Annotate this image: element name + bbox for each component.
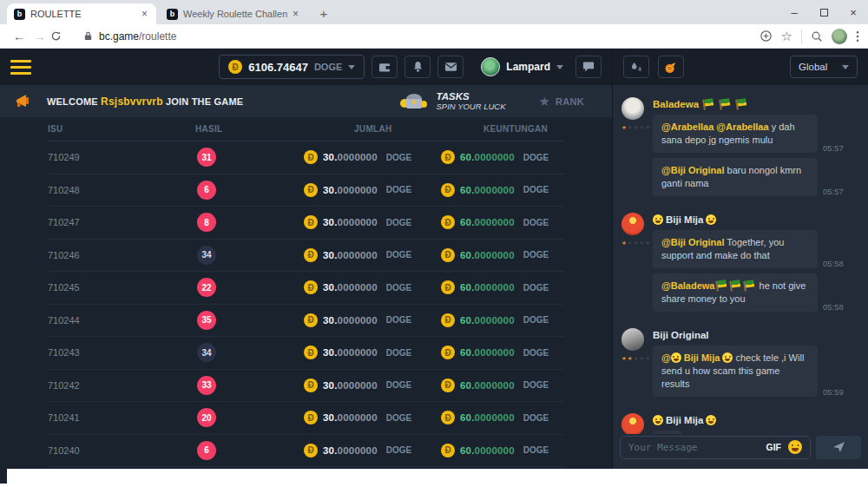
- table-row[interactable]: 71024522Đ30.0000000DOGEĐ60.0000000DOGE: [0, 272, 612, 305]
- chat-username[interactable]: Biji Mija: [653, 415, 859, 425]
- send-message-button[interactable]: [816, 436, 861, 459]
- avatar: [481, 57, 500, 76]
- browser-profile-avatar[interactable]: [832, 29, 847, 44]
- doge-coin-icon: Đ: [304, 378, 318, 392]
- table-row[interactable]: 71024120Đ30.0000000DOGEĐ60.0000000DOGE: [0, 402, 612, 435]
- mention: @: [661, 352, 671, 363]
- bet-amount: Đ30.0000000DOGE: [304, 183, 411, 197]
- tab-close-icon[interactable]: ×: [291, 8, 300, 20]
- emoji-picker-icon[interactable]: [788, 440, 802, 454]
- table-row[interactable]: 7102406Đ30.0000000DOGEĐ60.0000000DOGE: [0, 435, 612, 468]
- address-bar[interactable]: bc.game/roulette: [83, 30, 176, 43]
- amount: 30.0000000: [323, 412, 378, 423]
- chat-message: @Biji Original baru nongol kmrn ganti na…: [653, 158, 859, 196]
- tab-roulette[interactable]: b ROULETTE ×: [7, 3, 156, 24]
- chat-channel-select[interactable]: Global: [790, 56, 858, 78]
- wallet-button[interactable]: [372, 56, 398, 78]
- search-icon[interactable]: [811, 30, 823, 43]
- amount-frac: 0000000: [338, 347, 378, 358]
- coin-drop-button[interactable]: D: [658, 56, 684, 78]
- table-row[interactable]: 71024435Đ30.0000000DOGEĐ60.0000000DOGE: [0, 305, 612, 338]
- chevron-down-icon: [348, 65, 355, 69]
- flag-emoji-icon: [715, 280, 729, 292]
- table-row[interactable]: 7102478Đ30.0000000DOGEĐ60.0000000DOGE: [0, 207, 612, 240]
- profit-amount: Đ60.0000000DOGE: [441, 183, 549, 197]
- message-bubble: @Baladewa he not give share money to you: [653, 273, 818, 312]
- laughing-emoji-icon: [653, 415, 663, 425]
- browser-menu-icon[interactable]: [856, 30, 859, 43]
- notifications-button[interactable]: [404, 56, 431, 78]
- balance-currency: DOGE: [314, 62, 342, 72]
- chat-message: @Arabellaa @Arabellaa y dah sana depo jg…: [653, 115, 859, 153]
- chat-username[interactable]: Baladewa: [653, 99, 859, 109]
- table-row[interactable]: 71024634Đ30.0000000DOGEĐ60.0000000DOGE: [0, 240, 612, 273]
- doge-coin-icon: Đ: [304, 215, 318, 229]
- chat-toggle-button[interactable]: [575, 56, 602, 78]
- site-favicon: b: [167, 9, 178, 20]
- avatar[interactable]: [621, 97, 644, 120]
- window-minimize-button[interactable]: –: [779, 0, 809, 24]
- rank-widget[interactable]: ★ RANK: [539, 94, 584, 109]
- table-row[interactable]: 71024931Đ30.0000000DOGEĐ60.0000000DOGE: [0, 141, 612, 174]
- chat-username[interactable]: Biji Original: [653, 330, 859, 340]
- window-close-button[interactable]: ×: [838, 0, 868, 24]
- currency-label: DOGE: [523, 413, 549, 423]
- laughing-emoji-icon: [653, 214, 663, 225]
- doge-coin-icon: Đ: [441, 378, 455, 392]
- amount-frac: 0000000: [338, 152, 378, 162]
- tab-close-icon[interactable]: ×: [140, 8, 149, 20]
- avatar[interactable]: [621, 213, 644, 235]
- refresh-button[interactable]: [50, 30, 71, 42]
- chat-username[interactable]: Biji Mija: [653, 214, 859, 225]
- profit-amount: Đ60.0000000DOGE: [441, 378, 549, 392]
- megaphone-icon: [14, 93, 33, 109]
- amount: 60.0000000: [460, 347, 515, 358]
- gif-button[interactable]: GIF: [766, 442, 782, 452]
- chat-input-box[interactable]: GIF: [620, 436, 811, 459]
- currency-label: DOGE: [523, 218, 549, 227]
- profit-amount: Đ60.0000000DOGE: [441, 150, 549, 164]
- doge-coin-icon: Đ: [441, 248, 455, 262]
- balance-selector[interactable]: Đ 6106.74647 DOGE: [219, 55, 365, 79]
- rain-button[interactable]: [623, 56, 649, 78]
- flag-emoji-icon: [743, 280, 757, 292]
- user-star-rating: ★★★★★: [621, 124, 653, 131]
- browser-toolbar: ← → bc.game/roulette ☆: [0, 24, 868, 49]
- send-icon: [832, 441, 845, 453]
- balance-amount: 6106.74647: [248, 61, 308, 74]
- messages-button[interactable]: [437, 56, 464, 78]
- zoom-page-icon[interactable]: [760, 30, 773, 43]
- window-maximize-button[interactable]: [809, 0, 838, 24]
- amount: 60.0000000: [460, 217, 515, 227]
- amount-int: 60.: [460, 250, 475, 260]
- message-time: 05:57: [823, 187, 844, 196]
- mention: @Biji Original: [661, 165, 724, 175]
- chat-message-input[interactable]: [628, 442, 760, 453]
- mention: @Arabellaa: [716, 122, 768, 132]
- table-row[interactable]: 71024233Đ30.0000000DOGEĐ60.0000000DOGE: [0, 370, 612, 403]
- tab-weekly-challenge[interactable]: b Weekly Roulette Challenge - Win ×: [160, 3, 307, 24]
- tasks-widget[interactable]: TASKS SPIN YOUR LUCK: [399, 90, 505, 112]
- amount-frac: 0000000: [338, 282, 378, 293]
- user-menu[interactable]: Lampard: [481, 57, 563, 76]
- doge-coin-icon: Đ: [441, 215, 455, 229]
- bookmark-star-icon[interactable]: ☆: [781, 29, 792, 44]
- back-button[interactable]: ←: [9, 30, 30, 43]
- table-row[interactable]: 7102486Đ30.0000000DOGEĐ60.0000000DOGE: [0, 174, 612, 207]
- table-row[interactable]: 71024334Đ30.0000000DOGEĐ60.0000000DOGE: [0, 337, 612, 370]
- amount-frac: 0000000: [338, 185, 378, 195]
- roulette-result: 31: [197, 148, 216, 167]
- forward-button[interactable]: →: [30, 30, 50, 43]
- doge-coin-icon: Đ: [304, 313, 318, 327]
- new-tab-button[interactable]: +: [314, 4, 333, 22]
- avatar[interactable]: [621, 413, 644, 434]
- currency-label: DOGE: [386, 153, 411, 162]
- profit-amount: Đ60.0000000DOGE: [441, 248, 549, 262]
- avatar[interactable]: [621, 328, 644, 351]
- toolbar-divider: [801, 30, 802, 43]
- bet-amount: Đ30.0000000DOGE: [304, 411, 411, 424]
- bet-id: 710241: [48, 412, 80, 423]
- amount-int: 30.: [323, 282, 338, 293]
- menu-icon[interactable]: [10, 60, 31, 75]
- bet-amount: Đ30.0000000DOGE: [304, 248, 411, 262]
